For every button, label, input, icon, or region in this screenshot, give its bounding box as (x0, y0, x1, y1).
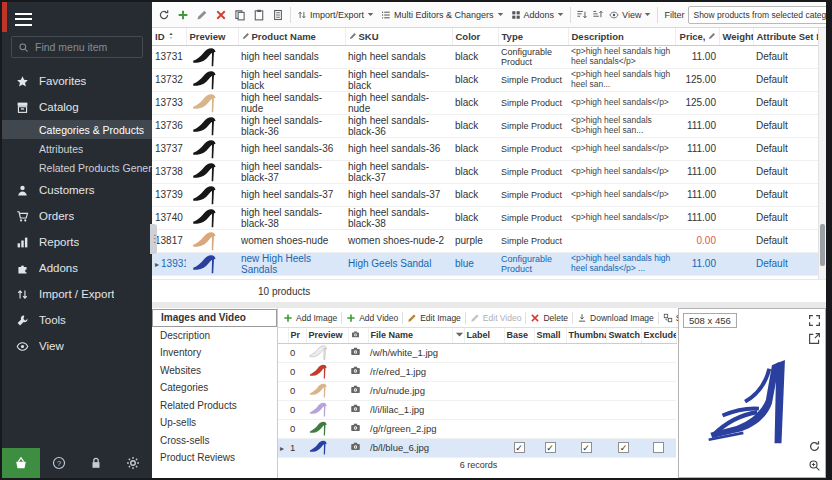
sort-asc-button[interactable] (574, 6, 589, 24)
tab-description[interactable]: Description (152, 327, 277, 345)
media-row[interactable]: ▸1/b/l/blue_6.jpg✓✓✓✓ (278, 438, 676, 457)
media-row[interactable]: 0/l/i/lilac_1.jpg (278, 400, 676, 419)
thumbnail-checkbox[interactable]: ✓ (581, 442, 592, 453)
media-column-label[interactable]: Label (464, 328, 504, 343)
sidebar-item-catalog[interactable]: Catalog (2, 94, 152, 120)
sort-desc-button[interactable] (590, 6, 605, 24)
media-column-small[interactable]: Small (534, 328, 566, 343)
fullscreen-icon[interactable] (807, 313, 821, 327)
small-checkbox[interactable]: ✓ (545, 442, 556, 453)
panel-splitter[interactable]: ⋮ (150, 224, 157, 254)
scrollbar-thumb[interactable] (820, 224, 825, 266)
settings-button[interactable] (115, 448, 152, 478)
paste-button[interactable] (250, 6, 268, 24)
add-video-button[interactable]: Add Video (343, 309, 401, 327)
media-column-base[interactable]: Base (504, 328, 534, 343)
column-header-weight[interactable]: Weight (719, 28, 753, 45)
view-menu[interactable]: View (606, 5, 654, 25)
edit-product-button[interactable] (193, 6, 211, 24)
sidebar-item-reports[interactable]: Reports (2, 229, 152, 255)
sidebar-item-categories-products[interactable]: Categories & Products (2, 120, 152, 139)
product-row[interactable]: 13737high heel sandals-36high heel sanda… (152, 137, 818, 160)
column-header-sku[interactable]: SKU (345, 28, 452, 45)
swatch-checkbox[interactable]: ✓ (618, 442, 629, 453)
product-row[interactable]: 13817women shoes-nudewomen shoes-nude-2p… (152, 229, 818, 252)
media-column-position[interactable]: Pr (288, 328, 306, 343)
download-image-button[interactable]: Download Image (574, 309, 657, 327)
column-header-id[interactable]: ID (152, 28, 186, 45)
product-name-text: high heel sandals-37 (241, 189, 333, 200)
media-row[interactable]: 0/r/e/red_1.jpg (278, 362, 676, 381)
tab-websites[interactable]: Websites (152, 362, 277, 380)
tab-images-and-video[interactable]: Images and Video (152, 309, 277, 327)
help-button[interactable]: ? (40, 448, 77, 478)
sidebar-item-view[interactable]: View (2, 333, 152, 359)
vertical-scrollbar[interactable] (818, 28, 826, 279)
edit-image-button[interactable]: Edit Image (404, 309, 464, 327)
multi-editors-menu[interactable]: Multi Editors & Changers (378, 5, 507, 25)
delete-product-button[interactable] (212, 6, 230, 24)
lock-button[interactable] (77, 448, 114, 478)
product-row[interactable]: ▸13931new High Heels SandalsHigh Geels S… (152, 252, 818, 275)
media-column-file-name[interactable]: File Name (368, 328, 452, 343)
sidebar-search-input[interactable]: Find menu item (11, 36, 143, 58)
column-header-attribute-set-name[interactable]: Attribute Set Name (753, 28, 818, 45)
sidebar-item-addons[interactable]: Addons (2, 255, 152, 281)
zoom-icon[interactable] (807, 458, 821, 472)
add-image-button[interactable]: Add Image (280, 309, 340, 327)
column-header-color[interactable]: Color (452, 28, 498, 45)
tab-product-reviews[interactable]: Product Reviews (152, 449, 277, 467)
column-header-description[interactable]: Description (568, 28, 675, 45)
sidebar-item-orders[interactable]: Orders (2, 203, 152, 229)
column-header-type[interactable]: Type (498, 28, 568, 45)
media-row[interactable]: 0/w/h/white_1.jpg (278, 343, 676, 362)
media-column-filter[interactable] (452, 328, 464, 343)
sidebar-item-customers[interactable]: Customers (2, 177, 152, 203)
media-column-camera[interactable] (348, 328, 368, 343)
product-row[interactable]: 13733high heel sandals-nudehigh heel san… (152, 91, 818, 114)
open-external-icon[interactable] (807, 331, 821, 345)
product-row[interactable]: 13732high heel sandals-blackhigh heel sa… (152, 68, 818, 91)
delete-media-button[interactable]: Delete (527, 309, 571, 327)
store-button[interactable] (2, 448, 40, 478)
tab-related-products[interactable]: Related Products (152, 397, 277, 415)
add-product-button[interactable] (174, 6, 192, 24)
sidebar-item-favorites[interactable]: Favorites (2, 68, 152, 94)
addons-menu[interactable]: Addons (508, 5, 568, 25)
base-checkbox[interactable]: ✓ (514, 442, 525, 453)
media-column-swatch[interactable]: Swatch (606, 328, 641, 343)
column-header-price[interactable]: Price, (675, 28, 719, 45)
refresh-button[interactable] (155, 6, 173, 24)
sidebar-item-related-products-generator[interactable]: Related Products Generator (2, 158, 152, 177)
column-header-product-name[interactable]: Product Name (238, 28, 345, 45)
sidebar-item-tools[interactable]: Tools (2, 307, 152, 333)
row-expander-icon[interactable]: ▸ (280, 444, 284, 453)
import-export-menu[interactable]: Import/Export (294, 5, 377, 25)
media-column-thumbnail[interactable]: Thumbna (566, 328, 606, 343)
tab-cross-sells[interactable]: Cross-sells (152, 432, 277, 450)
product-row[interactable]: 13731high heel sandalshigh heel sandalsb… (152, 45, 818, 68)
sidebar-item-attributes[interactable]: Attributes (2, 139, 152, 158)
product-row[interactable]: 13736high heel sandals-black-36high heel… (152, 114, 818, 137)
set-resize-rule-button[interactable]: Set Resize Rule (660, 309, 679, 327)
exclude-checkbox[interactable] (653, 442, 664, 453)
rotate-icon[interactable] (807, 439, 821, 453)
tab-inventory[interactable]: Inventory (152, 344, 277, 362)
column-header-preview[interactable]: Preview (186, 28, 238, 45)
sidebar-item-import-export[interactable]: Import / Export (2, 281, 152, 307)
product-row[interactable]: 13738high heel sandals-black-37high heel… (152, 160, 818, 183)
media-column-preview[interactable]: Preview (306, 328, 348, 343)
category-filter-select[interactable]: Show products from selected categories (688, 6, 826, 24)
media-column-exclude[interactable]: Exclude (641, 328, 676, 343)
product-row[interactable]: 13739high heel sandals-37high heel sanda… (152, 183, 818, 206)
media-row[interactable]: 0/g/r/green_2.jpg (278, 419, 676, 438)
tab-up-sells[interactable]: Up-sells (152, 414, 277, 432)
media-row[interactable]: 0/n/u/nude.jpg (278, 381, 676, 400)
columns-button[interactable] (269, 6, 287, 24)
tab-categories[interactable]: Categories (152, 379, 277, 397)
hamburger-menu-button[interactable] (15, 13, 32, 26)
copy-button[interactable] (231, 6, 249, 24)
edit-video-button[interactable]: Edit Video (467, 309, 525, 327)
product-row[interactable]: 13740high heel sandals-black-38high heel… (152, 206, 818, 229)
row-expander-icon[interactable]: ▸ (155, 260, 159, 269)
